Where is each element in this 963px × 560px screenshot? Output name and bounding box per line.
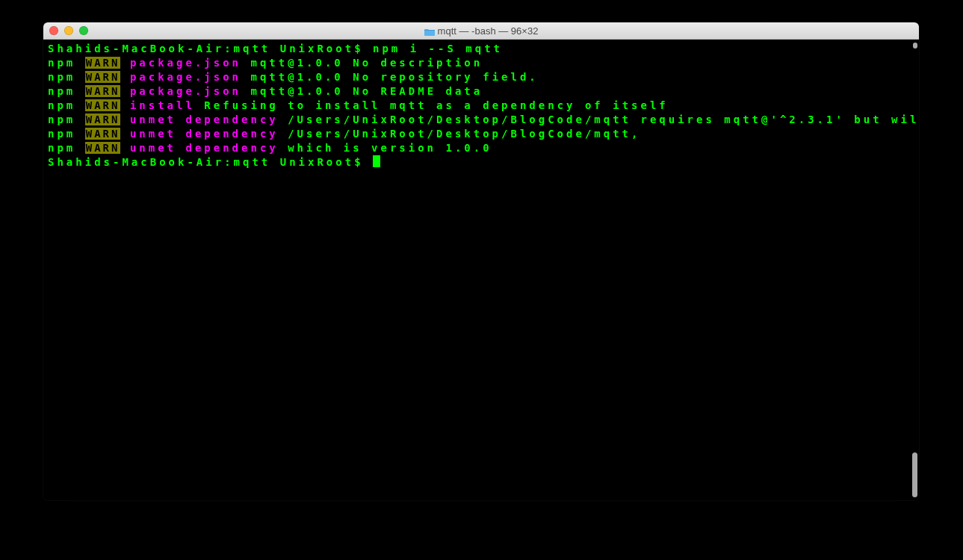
cursor-icon xyxy=(373,155,380,167)
close-icon[interactable] xyxy=(49,26,58,35)
zoom-icon[interactable] xyxy=(79,26,88,35)
warn-badge: WARN xyxy=(85,71,121,83)
scroll-indicator xyxy=(913,43,917,49)
minimize-icon[interactable] xyxy=(64,26,73,35)
scroll-thumb[interactable] xyxy=(912,452,917,497)
prompt-prefix: Shahids-MacBook-Air:mqtt UnixRoot$ xyxy=(48,43,373,55)
titlebar: mqtt — -bash — 96×32 xyxy=(43,22,919,40)
output-line: npm WARN unmet dependency /Users/UnixRoo… xyxy=(48,113,914,127)
window-controls xyxy=(49,26,88,35)
warn-badge: WARN xyxy=(85,128,121,140)
command-text: npm i --S mqtt xyxy=(373,43,503,55)
prompt-line: Shahids-MacBook-Air:mqtt UnixRoot$ xyxy=(48,155,914,169)
terminal-window: mqtt — -bash — 96×32 Shahids-MacBook-Air… xyxy=(43,22,919,500)
output-line: npm WARN unmet dependency /Users/UnixRoo… xyxy=(48,127,914,141)
warn-badge: WARN xyxy=(85,99,121,111)
warn-badge: WARN xyxy=(85,142,121,154)
window-title-text: mqtt — -bash — 96×32 xyxy=(438,25,539,37)
scrollbar[interactable] xyxy=(912,43,917,497)
folder-icon xyxy=(424,27,435,35)
warn-badge: WARN xyxy=(85,113,121,125)
terminal-body[interactable]: Shahids-MacBook-Air:mqtt UnixRoot$ npm i… xyxy=(43,40,919,500)
output-line: npm WARN package.json mqtt@1.0.0 No repo… xyxy=(48,70,914,84)
warn-badge: WARN xyxy=(85,57,121,69)
warn-badge: WARN xyxy=(85,85,121,97)
window-title: mqtt — -bash — 96×32 xyxy=(43,25,919,37)
output-line: npm WARN unmet dependency which is versi… xyxy=(48,141,914,155)
output-line: npm WARN install Refusing to install mqt… xyxy=(48,99,914,113)
prompt-prefix: Shahids-MacBook-Air:mqtt UnixRoot$ xyxy=(48,156,373,168)
output-line: npm WARN package.json mqtt@1.0.0 No READ… xyxy=(48,84,914,99)
output-line: npm WARN package.json mqtt@1.0.0 No desc… xyxy=(48,56,914,70)
prompt-line: Shahids-MacBook-Air:mqtt UnixRoot$ npm i… xyxy=(48,42,914,56)
